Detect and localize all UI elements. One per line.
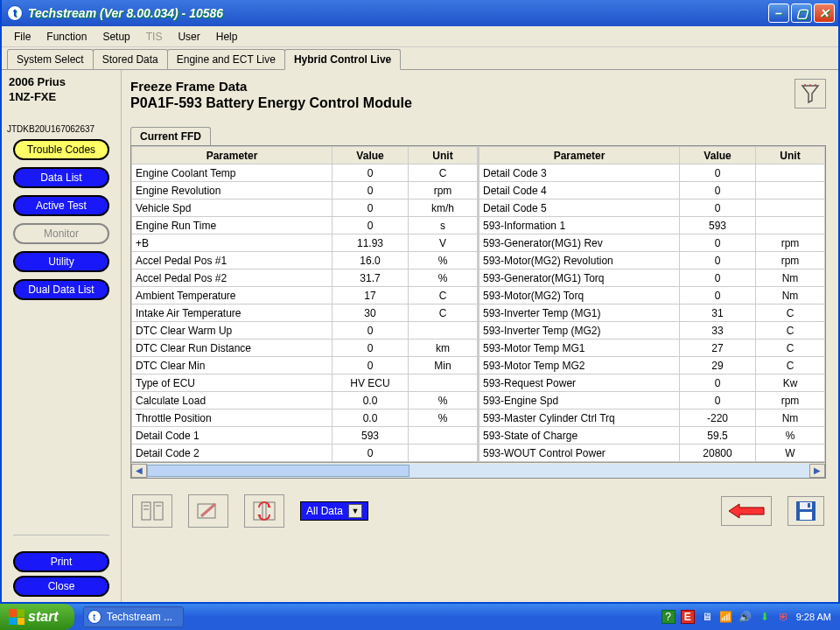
cell-parameter: Engine Coolant Temp	[132, 164, 332, 182]
sidebar-button-utility[interactable]: Utility	[13, 251, 109, 272]
maximize-button[interactable]: ▢	[791, 4, 812, 23]
scroll-right-arrow[interactable]: ▶	[809, 464, 825, 478]
cell-unit	[755, 200, 824, 217]
table-row[interactable]: 593-Generator(MG1) Rev0rpm	[480, 234, 825, 252]
table-row[interactable]: DTC Clear Min0Min	[132, 357, 478, 374]
cell-value: 0	[680, 287, 756, 304]
data-filter-select[interactable]: All Data ▼	[300, 501, 368, 521]
cell-parameter: 593-State of Charge	[480, 427, 680, 444]
sidebar-button-active-test[interactable]: Active Test	[13, 195, 109, 216]
clock[interactable]: 9:28 AM	[796, 612, 831, 622]
toggle-layout-button[interactable]	[132, 494, 172, 528]
table-row[interactable]: Throttle Position0.0%	[132, 410, 478, 427]
cell-value: 0	[680, 392, 756, 410]
close-panel-button[interactable]: Close	[13, 576, 109, 597]
cell-value: 0	[680, 182, 756, 200]
app-icon: t	[7, 5, 23, 21]
svg-rect-7	[266, 502, 275, 520]
volume-tray-icon[interactable]: 🔊	[738, 610, 752, 624]
cell-parameter: DTC Clear Warm Up	[132, 322, 332, 340]
menu-function[interactable]: Function	[39, 29, 94, 45]
print-button[interactable]: Print	[13, 551, 109, 572]
table-row[interactable]: 593-Motor(MG2) Revolution0rpm	[480, 252, 825, 270]
cell-unit: C	[408, 304, 477, 322]
sidebar: 2006 Prius 1NZ-FXE JTDKB20U167062637 Tro…	[2, 70, 121, 602]
scroll-thumb[interactable]	[147, 465, 410, 477]
back-button[interactable]	[721, 496, 772, 526]
sidebar-button-data-list[interactable]: Data List	[13, 167, 109, 188]
vehicle-vin: JTDKB20U167062637	[5, 124, 94, 134]
filter-button[interactable]	[794, 79, 826, 108]
table-row[interactable]: Accel Pedal Pos #231.7%	[132, 270, 478, 287]
table-row[interactable]: 593-Inverter Temp (MG1)31C	[480, 304, 825, 322]
table-row[interactable]: Vehicle Spd0km/h	[132, 200, 478, 217]
table-row[interactable]: +B11.93V	[132, 234, 478, 252]
network-tray-icon[interactable]: 📶	[719, 610, 733, 624]
table-row[interactable]: Accel Pedal Pos #116.0%	[132, 252, 478, 270]
table-row[interactable]: Detail Code 1593	[132, 427, 478, 444]
menu-file[interactable]: File	[7, 29, 38, 45]
table-row[interactable]: DTC Clear Run Distance0km	[132, 340, 478, 357]
table-row[interactable]: Engine Coolant Temp0C	[132, 164, 478, 182]
cell-parameter: 593-Motor Temp MG1	[480, 340, 680, 357]
table-row[interactable]: 593-Motor Temp MG127C	[480, 340, 825, 357]
subtab-current-ffd[interactable]: Current FFD	[130, 127, 211, 145]
table-row[interactable]: Ambient Temperature17C	[132, 287, 478, 304]
scroll-track[interactable]	[147, 464, 809, 478]
scroll-left-arrow[interactable]: ◀	[131, 464, 147, 478]
bottom-toolbar: All Data ▼	[130, 491, 826, 531]
taskbar-app[interactable]: t Techstream ...	[83, 606, 184, 627]
cell-unit: km/h	[408, 200, 477, 217]
table-row[interactable]: Engine Revolution0rpm	[132, 182, 478, 200]
table-row[interactable]: 593-Engine Spd0rpm	[480, 392, 825, 410]
start-button[interactable]: start	[0, 604, 74, 630]
freeze-frame-heading: Freeze Frame Data	[130, 79, 412, 94]
table-row[interactable]: DTC Clear Warm Up0	[132, 322, 478, 340]
table-row[interactable]: Detail Code 30	[480, 164, 825, 182]
help-tray-icon[interactable]: ?	[662, 610, 676, 624]
monitor-tray-icon[interactable]: 🖥	[700, 610, 714, 624]
error-tray-icon[interactable]: E	[681, 610, 695, 624]
menu-setup[interactable]: Setup	[95, 29, 136, 45]
table-row[interactable]: 593-WOUT Control Power20800W	[480, 444, 825, 462]
tab-engine-ect-live[interactable]: Engine and ECT Live	[167, 49, 285, 69]
table-row[interactable]: Engine Run Time0s	[132, 217, 478, 234]
table-row[interactable]: Detail Code 40	[480, 182, 825, 200]
close-button[interactable]: ✕	[814, 4, 835, 23]
title-bar[interactable]: t Techstream (Ver 8.00.034) - 10586 – ▢ …	[2, 0, 838, 26]
table-row[interactable]: 593-State of Charge59.5%	[480, 427, 825, 444]
table-row[interactable]: Intake Air Temperature30C	[132, 304, 478, 322]
note-button[interactable]	[188, 494, 228, 528]
tab-stored-data[interactable]: Stored Data	[93, 49, 168, 69]
table-row[interactable]: 593-Motor(MG2) Torq0Nm	[480, 287, 825, 304]
menu-user[interactable]: User	[171, 29, 206, 45]
table-row[interactable]: Detail Code 20	[132, 444, 478, 462]
table-row[interactable]: 593-Master Cylinder Ctrl Trq-220Nm	[480, 410, 825, 427]
horizontal-scrollbar[interactable]: ◀ ▶	[131, 462, 825, 478]
table-row[interactable]: 593-Request Power0Kw	[480, 374, 825, 392]
sidebar-button-dual-data-list[interactable]: Dual Data List	[13, 279, 109, 300]
cell-unit: C	[755, 304, 824, 322]
table-row[interactable]: Calculate Load0.0%	[132, 392, 478, 410]
sidebar-button-trouble-codes[interactable]: Trouble Codes	[13, 139, 109, 160]
cell-value: 0	[680, 200, 756, 217]
usb-tray-icon[interactable]: ⬇	[758, 610, 772, 624]
shield-tray-icon[interactable]: ⛨	[777, 610, 791, 624]
tab-system-select[interactable]: System Select	[7, 49, 94, 69]
svg-rect-1	[154, 502, 163, 520]
refresh-button[interactable]	[244, 494, 284, 528]
menu-help[interactable]: Help	[209, 29, 245, 45]
table-row[interactable]: 593-Information 1593	[480, 217, 825, 234]
table-row[interactable]: 593-Generator(MG1) Torq0Nm	[480, 270, 825, 287]
tab-hybrid-control-live[interactable]: Hybrid Control Live	[284, 49, 401, 70]
table-row[interactable]: 593-Inverter Temp (MG2)33C	[480, 322, 825, 340]
minimize-button[interactable]: –	[768, 4, 789, 23]
save-button[interactable]	[788, 496, 824, 526]
cell-value: 0	[680, 234, 756, 252]
table-row[interactable]: 593-Motor Temp MG229C	[480, 357, 825, 374]
cell-unit	[408, 427, 477, 444]
cell-value: HV ECU	[332, 374, 409, 392]
funnel-icon	[800, 83, 821, 104]
table-row[interactable]: Type of ECUHV ECU	[132, 374, 478, 392]
table-row[interactable]: Detail Code 50	[480, 200, 825, 217]
